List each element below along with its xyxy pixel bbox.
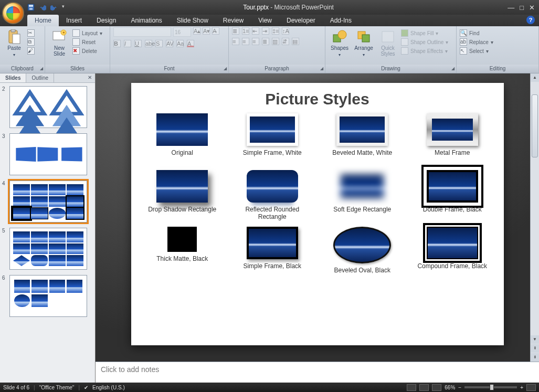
- layout-button[interactable]: Layout ▾: [72, 29, 102, 37]
- new-slide-button[interactable]: ✶ New Slide: [48, 27, 70, 57]
- view-slideshow-icon[interactable]: [432, 384, 441, 391]
- slide-thumb-4[interactable]: [9, 181, 87, 223]
- char-spacing-icon[interactable]: AV: [166, 40, 173, 47]
- shadow-icon[interactable]: S: [155, 40, 163, 47]
- spellcheck-icon[interactable]: ✔: [84, 385, 88, 390]
- align-center-icon[interactable]: ≡: [242, 38, 249, 45]
- slide-thumb-6[interactable]: [9, 275, 87, 317]
- dialog-launcher-icon[interactable]: ◢: [224, 66, 227, 71]
- pane-tab-outline[interactable]: Outline: [26, 73, 54, 82]
- slide-canvas[interactable]: Picture Styles Original Simple Frame, Wh…: [96, 73, 539, 362]
- find-button[interactable]: 🔍Find: [460, 29, 493, 37]
- office-button[interactable]: [2, 2, 24, 24]
- align-right-icon[interactable]: ≡: [252, 38, 259, 45]
- replace-button[interactable]: abReplace ▾: [460, 38, 493, 46]
- scroll-down-icon[interactable]: ▼: [531, 335, 539, 344]
- zoom-value[interactable]: 66%: [445, 385, 455, 390]
- shape-outline-button[interactable]: Shape Outline ▾: [401, 38, 448, 46]
- qat-more-icon[interactable]: ▾: [62, 4, 69, 11]
- slide-thumb-3[interactable]: [9, 133, 87, 175]
- align-left-icon[interactable]: ≡: [232, 38, 239, 45]
- thumb-row[interactable]: 4: [2, 181, 93, 223]
- copy-button[interactable]: ⧉: [27, 38, 35, 46]
- font-family-combo[interactable]: [113, 27, 171, 37]
- undo-icon[interactable]: [39, 4, 46, 11]
- arrange-button[interactable]: Arrange▾: [353, 27, 375, 58]
- shrink-font-icon[interactable]: A▾: [203, 27, 210, 35]
- dialog-launcher-icon[interactable]: ◢: [40, 66, 43, 71]
- zoom-out-button[interactable]: −: [458, 385, 461, 390]
- tab-view[interactable]: View: [251, 15, 279, 26]
- delete-slide-button[interactable]: ✖Delete: [72, 47, 102, 55]
- next-slide-icon[interactable]: ⇟: [531, 353, 539, 362]
- smartart-icon[interactable]: ▤: [292, 38, 299, 45]
- vertical-scrollbar[interactable]: ▲ ▼ ⇞ ⇟: [530, 73, 539, 362]
- indent-inc-icon[interactable]: ⇥: [262, 27, 269, 35]
- slide-thumb-5[interactable]: [9, 228, 87, 270]
- thumb-row[interactable]: 2: [2, 86, 93, 128]
- shape-effects-button[interactable]: Shape Effects ▾: [401, 47, 448, 55]
- outline-icon: [401, 38, 408, 46]
- effects-icon: [401, 47, 408, 55]
- strike-icon[interactable]: abe: [145, 40, 152, 47]
- clear-format-icon[interactable]: A̶: [212, 27, 219, 35]
- reset-button[interactable]: Reset: [72, 38, 102, 46]
- font-color-icon[interactable]: A: [187, 40, 194, 47]
- indent-dec-icon[interactable]: ⇤: [252, 27, 259, 35]
- tab-slideshow[interactable]: Slide Show: [170, 15, 216, 26]
- zoom-knob[interactable]: [490, 384, 494, 390]
- italic-icon[interactable]: I: [124, 40, 131, 47]
- zoom-slider[interactable]: [464, 386, 517, 388]
- change-case-icon[interactable]: Aa: [176, 40, 184, 47]
- quick-styles-button[interactable]: Quick Styles: [377, 27, 399, 57]
- fit-to-window-icon[interactable]: [526, 384, 536, 391]
- columns-icon[interactable]: ▥: [272, 38, 279, 45]
- scroll-thumb[interactable]: [532, 94, 538, 157]
- thumb-row[interactable]: 3: [2, 133, 93, 175]
- paste-button[interactable]: Paste ▾: [3, 27, 25, 58]
- help-button[interactable]: ?: [526, 16, 535, 24]
- zoom-in-button[interactable]: +: [520, 385, 523, 390]
- status-language[interactable]: English (U.S.): [92, 385, 125, 390]
- view-normal-icon[interactable]: [407, 384, 416, 391]
- select-button[interactable]: ↖Select ▾: [460, 47, 493, 55]
- dialog-launcher-icon[interactable]: ◢: [451, 66, 455, 71]
- pane-close-button[interactable]: ✕: [84, 73, 95, 82]
- tab-design[interactable]: Design: [89, 15, 123, 26]
- format-painter-button[interactable]: 🖌: [27, 47, 35, 55]
- save-icon[interactable]: [27, 4, 35, 11]
- bullets-icon[interactable]: ≣: [232, 27, 239, 35]
- line-spacing-icon[interactable]: ‡≡: [272, 27, 279, 35]
- underline-icon[interactable]: U: [134, 40, 142, 47]
- copy-icon: ⧉: [27, 38, 35, 46]
- numbering-icon[interactable]: 1≡: [242, 27, 249, 35]
- text-direction-icon[interactable]: ↕A: [282, 27, 289, 35]
- shapes-button[interactable]: Shapes▾: [329, 27, 351, 58]
- dialog-launcher-icon[interactable]: ◢: [320, 66, 323, 71]
- cut-button[interactable]: ✂: [27, 29, 35, 37]
- close-button[interactable]: ✕: [529, 4, 535, 12]
- font-size-combo[interactable]: [173, 27, 191, 37]
- redo-icon[interactable]: [50, 4, 58, 11]
- tab-insert[interactable]: Insert: [59, 15, 89, 26]
- minimize-button[interactable]: —: [508, 4, 514, 12]
- scroll-up-icon[interactable]: ▲: [531, 73, 539, 82]
- view-sorter-icon[interactable]: [419, 384, 429, 391]
- tab-home[interactable]: Home: [27, 15, 59, 26]
- tab-addins[interactable]: Add-Ins: [323, 15, 359, 26]
- thumb-row[interactable]: 5: [2, 228, 93, 270]
- shape-fill-button[interactable]: Shape Fill ▾: [401, 29, 448, 37]
- bold-icon[interactable]: B: [113, 40, 121, 47]
- justify-icon[interactable]: ≣: [262, 38, 269, 45]
- maximize-button[interactable]: □: [520, 4, 524, 12]
- tab-animations[interactable]: Animations: [123, 15, 169, 26]
- notes-pane[interactable]: Click to add notes: [96, 362, 539, 383]
- tab-review[interactable]: Review: [216, 15, 251, 26]
- pane-tab-slides[interactable]: Slides: [0, 73, 26, 82]
- thumb-row[interactable]: 6: [2, 275, 93, 317]
- slide-thumb-2[interactable]: [9, 86, 87, 128]
- prev-slide-icon[interactable]: ⇞: [531, 344, 539, 353]
- align-text-icon[interactable]: ⇵: [282, 38, 289, 45]
- tab-developer[interactable]: Developer: [279, 15, 323, 26]
- grow-font-icon[interactable]: A▴: [193, 27, 200, 35]
